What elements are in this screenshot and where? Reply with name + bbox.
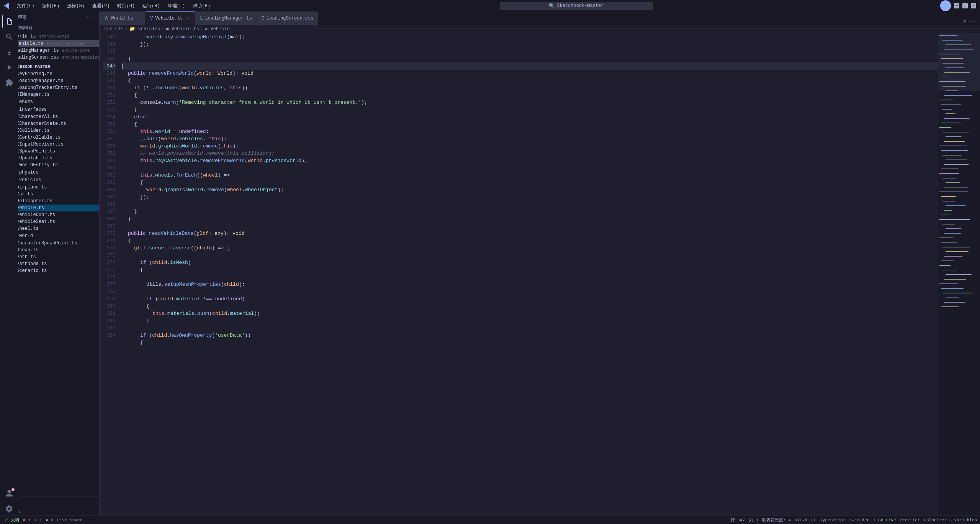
menu-help[interactable]: 帮助(H) — [190, 2, 213, 10]
code-line-349: { — [122, 77, 938, 84]
code-line-344: }); — [122, 41, 938, 48]
line-ending[interactable]: LF — [811, 518, 816, 522]
breadcrumb-src[interactable]: src — [104, 26, 113, 32]
search-text: Sketchbook-master — [557, 3, 604, 8]
code-line-377: Utils.setupMeshProperties(child); — [122, 281, 938, 288]
code-line-367: } — [122, 208, 938, 215]
tab-loadingscreen-label: loadingScreen.css — [267, 16, 313, 21]
status-right: 行 347，列 1 制表符长度: 4 UTF-8 LF TypeScript z… — [731, 517, 977, 523]
menu-run[interactable]: 运行(R) — [140, 2, 162, 10]
ts-file-icon: Ｗ — [104, 15, 109, 21]
code-line-369 — [122, 223, 938, 230]
code-line-358: world.graphicsWorld.remove(this); — [122, 142, 938, 150]
tab-size[interactable]: 制表符长度: 4 — [762, 517, 791, 523]
code-line-354: else — [122, 113, 938, 121]
tab-vehicle[interactable]: V Vehicle.ts ✕ — [146, 11, 195, 25]
activity-accounts[interactable]: 1 — [2, 486, 16, 500]
menu-file[interactable]: 文件(F) — [15, 2, 37, 10]
breadcrumb-vehicle-file[interactable]: ■ Vehicle.ts — [166, 26, 199, 32]
encoding[interactable]: UTF-8 — [795, 518, 807, 522]
more-actions-icon: ··· — [968, 19, 977, 25]
code-line-352: console.warn('Removing character from a … — [122, 99, 938, 106]
search-bar[interactable]: 🔍 Sketchbook-master — [500, 2, 653, 10]
menu-view[interactable]: 查看(V) — [90, 2, 112, 10]
breadcrumb-ts[interactable]: ts — [118, 26, 124, 32]
line-numbers: 343 344 345 346 347 348 349 350 351 352 … — [100, 33, 119, 516]
breadcrumb-vehicles-folder[interactable]: 📁 vehicles — [129, 26, 160, 32]
menu-terminal[interactable]: 终端(T) — [165, 2, 188, 10]
titlebar-controls: ─ □ ✕ — [940, 0, 976, 11]
menu-select[interactable]: 选择(S) — [65, 2, 87, 10]
tab-world[interactable]: Ｗ World.ts — [100, 11, 146, 25]
sidebar-options[interactable]: ··· — [87, 15, 95, 20]
code-editor[interactable]: 343 344 345 346 347 348 349 350 351 352 … — [100, 33, 938, 516]
status-bar: ⎇ 大纲 ⊗ 1 ⚠ 1 ● 0 Live Share 行 347，列 1 制表… — [0, 516, 980, 524]
app-logo — [4, 3, 10, 9]
profile-avatar[interactable] — [940, 0, 951, 11]
code-line-368: } — [122, 215, 938, 223]
code-line-364: world.graphicsWorld.remove(wheel.wheelOb… — [122, 186, 938, 193]
minimap-canvas — [938, 33, 980, 340]
minimap — [938, 33, 980, 516]
close-button[interactable]: ✕ — [971, 3, 976, 8]
titlebar-menu[interactable]: 文件(F) 编辑(E) 选择(S) 查看(V) 转到(G) 运行(R) 终端(T… — [15, 2, 213, 10]
code-line-384: if (child.hasOwnProperty('userData')) — [122, 332, 938, 339]
code-line-345 — [122, 48, 938, 55]
code-line-371: { — [122, 237, 938, 244]
code-line-348: public removeFromWorld(world: World): vo… — [122, 70, 938, 77]
go-live-button[interactable]: ⚡ Go Live — [873, 517, 896, 522]
info-count[interactable]: ● 0 — [46, 518, 53, 522]
code-line-356: this.world = undefined; — [122, 128, 938, 135]
colorize-status[interactable]: Colorize: 3 variables — [924, 518, 977, 522]
live-share-status[interactable]: Live Share — [57, 518, 82, 522]
code-line-363: { — [122, 179, 938, 186]
titlebar-left: 文件(F) 编辑(E) 选择(S) 查看(V) 转到(G) 运行(R) 终端(T… — [4, 2, 213, 10]
tab-loadingmanager-label: LoadingManager.ts — [205, 16, 252, 21]
sep2: › — [125, 26, 128, 32]
sep4: › — [201, 26, 203, 32]
language-mode[interactable]: TypeScript — [820, 518, 845, 522]
code-line-343: world.sky.csm.setupMaterial(mat); — [122, 33, 938, 41]
breadcrumb-vehicle-class[interactable]: ◈ Vehicle — [205, 26, 230, 32]
code-line-379: if (child.material !== undefined) — [122, 295, 938, 303]
code-line-366 — [122, 201, 938, 208]
warning-count[interactable]: ⚠ 1 — [34, 517, 42, 522]
account-badge: 1 — [11, 488, 15, 491]
activity-run[interactable] — [2, 61, 16, 74]
editor-container: Ｗ World.ts V Vehicle.ts ✕ L LoadingManag… — [100, 11, 980, 516]
activity-scm[interactable] — [2, 45, 16, 59]
menu-goto[interactable]: 转到(G) — [115, 2, 137, 10]
menu-edit[interactable]: 编辑(E) — [40, 2, 62, 10]
tab-close-button[interactable]: ✕ — [185, 16, 190, 21]
code-line-374: if (child.isMesh) — [122, 259, 938, 266]
tabs-bar: Ｗ World.ts V Vehicle.ts ✕ L LoadingManag… — [100, 11, 980, 25]
minimize-button[interactable]: ─ — [954, 3, 959, 8]
activity-extensions[interactable] — [2, 76, 16, 90]
code-line-347 — [122, 62, 938, 70]
prettier-button[interactable]: Prettier — [900, 518, 920, 522]
editor-body: 343 344 345 346 347 348 349 350 351 352 … — [100, 33, 980, 516]
code-area[interactable]: world.sky.csm.setupMaterial(mat); }); } — [119, 33, 938, 516]
live-share-label: Live Share — [57, 518, 82, 522]
code-line-355: { — [122, 121, 938, 128]
split-editor-icon: ⊞ — [964, 19, 967, 25]
maximize-button[interactable]: □ — [962, 3, 968, 8]
tab-loadingscreen[interactable]: C loadingScreen.css — [257, 11, 319, 25]
code-line-380: { — [122, 303, 938, 310]
editor-layout-toggle[interactable]: ⊞ ··· — [960, 19, 980, 25]
activity-settings[interactable] — [2, 502, 16, 516]
code-line-383 — [122, 324, 938, 332]
activity-search[interactable] — [2, 30, 16, 44]
code-line-370: public readVehicleData(gltf: any): void — [122, 230, 938, 237]
tab-loadingmanager[interactable]: L LoadingManager.ts — [195, 11, 257, 25]
code-line-376 — [122, 273, 938, 281]
code-line-372: gltf.scene.traverse((child) => { — [122, 244, 938, 252]
cursor-position[interactable]: 行 347，列 1 — [731, 517, 759, 523]
z-reader[interactable]: z-reader — [849, 518, 869, 522]
error-count[interactable]: ⊗ 1 — [23, 517, 31, 522]
git-branch[interactable]: ⎇ 大纲 — [3, 517, 19, 523]
tab-world-label: World.ts — [111, 16, 133, 21]
code-line-351: { — [122, 92, 938, 99]
css-file-icon: C — [262, 16, 264, 21]
activity-explorer[interactable] — [2, 15, 16, 28]
